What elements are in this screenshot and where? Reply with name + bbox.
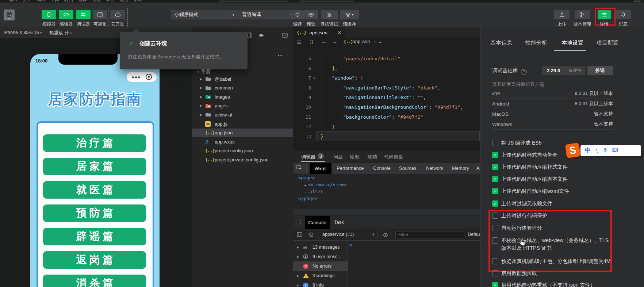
settings-option-7[interactable]: 自动运行体验评分	[492, 225, 614, 232]
whale-icon[interactable]	[258, 33, 265, 39]
sogou-logo[interactable]: S	[565, 143, 581, 158]
settings-option-10[interactable]: 启用数据预拉取	[492, 270, 614, 277]
watch-eye-icon[interactable]	[383, 233, 388, 238]
clear-console-icon[interactable]	[308, 232, 314, 238]
checkbox-unchecked[interactable]	[492, 225, 498, 231]
checkbox-unchecked[interactable]	[492, 213, 498, 219]
checkbox-checked[interactable]: ✓	[492, 152, 498, 158]
console-filter-8-info[interactable]: ▶i8 info	[293, 280, 348, 287]
tab-app-json[interactable]: {..} app.json ✕	[293, 27, 345, 38]
toolbar-preview-button[interactable]: 预览	[304, 10, 318, 27]
devtool-tab-performance[interactable]: Performance	[337, 165, 364, 171]
tree-item-pages[interactable]: ▶pages	[192, 102, 293, 110]
bookmark-icon[interactable]	[310, 40, 313, 45]
help-icon[interactable]: ?	[521, 69, 527, 75]
toolbar-compile-button[interactable]: 编译	[291, 10, 304, 27]
window-controls[interactable]	[633, 1, 641, 2]
compile-select[interactable]: 普通编译 ▾	[238, 10, 296, 19]
fold-icon[interactable]: ∨	[313, 76, 315, 80]
devtool-tab-appdata[interactable]: AppData	[476, 165, 480, 171]
settings-tab-3[interactable]: 项目配置	[597, 39, 618, 46]
console-prompt[interactable]: >	[349, 242, 352, 248]
code-line[interactable]: 13}	[293, 131, 480, 141]
debug-tab-0[interactable]: 调试器	[301, 154, 315, 160]
app-menu-button[interactable]: 就医篇	[43, 181, 146, 199]
devtool-tab-network[interactable]: Network	[426, 165, 444, 171]
checkbox-checked[interactable]: ✓	[492, 188, 498, 194]
console-filter-9-user-mess-[interactable]: ▶9 user mess...	[293, 252, 348, 261]
tree-item-@babel[interactable]: ▶@babel	[192, 74, 293, 83]
devtool-tab-console[interactable]: Console	[373, 165, 391, 171]
code-line[interactable]: 10"navigationBarBackgroundColor": "#94d7…	[293, 102, 480, 112]
levels-select[interactable]: Default levels	[468, 232, 480, 237]
mode-select[interactable]: 小程序模式 ▾	[171, 10, 238, 19]
filter-input[interactable]	[395, 231, 464, 238]
console-filter-3-warnings[interactable]: ▶!3 warnings	[293, 271, 348, 280]
capsule-button[interactable]: ●●●	[127, 72, 157, 82]
collapse-sidebar-icon[interactable]	[282, 33, 288, 39]
toolbar-code-button[interactable]: 编辑器	[59, 10, 73, 27]
base-lib-version-select[interactable]: 2.29.0 灰度中	[542, 66, 585, 75]
menu-item[interactable]: 视图	[92, 0, 101, 2]
settings-option-9[interactable]: 预览及真机调试时主包、分包体积上限调整为4M	[492, 258, 614, 265]
checkbox-unchecked[interactable]	[492, 258, 498, 264]
settings-option-11[interactable]: ✓启用代码自动热重载（不支持 json 文件）	[492, 282, 614, 287]
console-filter-no-errors[interactable]: ✕No errors	[293, 261, 348, 271]
settings-option-4[interactable]: ✓上传代码时自动压缩wxml文件	[492, 188, 614, 195]
checkbox-checked[interactable]: ✓	[492, 200, 498, 207]
checkbox-checked[interactable]: ✓	[492, 282, 498, 287]
code-line[interactable]: 6],	[293, 64, 480, 73]
checkbox-checked[interactable]: ✓	[492, 164, 498, 170]
back-icon[interactable]: ←	[321, 39, 326, 45]
debug-tab-1[interactable]: 问题	[333, 154, 343, 160]
panel-resize-handle[interactable]	[293, 209, 480, 215]
debug-tab-4[interactable]: 代码质量	[384, 154, 403, 160]
tab-task[interactable]: Task	[334, 219, 344, 225]
menu-item[interactable]: 项目	[9, 0, 18, 2]
devtool-tab-memory[interactable]: Memory	[452, 165, 469, 171]
split-panel-icon[interactable]	[247, 32, 252, 39]
wxml-tree[interactable]: <page>▶ <view>…</view>::after</page>	[293, 174, 480, 209]
menu-item[interactable]: 文件	[23, 0, 31, 2]
menu-item[interactable]: 工具	[50, 0, 59, 2]
toolbar-device-debug-button[interactable]: 真机调试	[321, 10, 338, 27]
details-button[interactable]: 详情	[598, 10, 611, 27]
tree-item-project.config.json[interactable]: {..}project.config.json	[192, 146, 293, 155]
chevron-down-icon[interactable]: ▼	[372, 233, 375, 236]
upload-button[interactable]: 上传	[554, 10, 570, 27]
avatar[interactable]	[4, 9, 15, 22]
explorer-more-button[interactable]: ...	[278, 51, 283, 57]
tab-console[interactable]: Console	[305, 216, 330, 229]
console-filter-13-messages[interactable]: ▶13 messages	[293, 242, 348, 252]
context-select[interactable]: appservice (#1)	[322, 232, 354, 237]
code-line[interactable]: 12}	[293, 122, 480, 131]
checkbox-unchecked[interactable]	[492, 140, 498, 146]
menu-item[interactable]: 帮助	[134, 0, 142, 2]
menu-item[interactable]: 界面	[106, 0, 115, 2]
settings-tab-2[interactable]: 本地设置	[561, 39, 583, 46]
menu-item[interactable]: 编辑	[37, 0, 45, 2]
app-menu-button[interactable]: 治疗篇	[43, 134, 146, 152]
checkbox-checked[interactable]: ✓	[492, 176, 498, 182]
wxml-node[interactable]: </page>	[298, 196, 318, 201]
mic-icon[interactable]	[603, 148, 607, 154]
app-menu-button[interactable]: 预防篇	[43, 204, 146, 222]
push-button[interactable]: 推送	[587, 66, 613, 75]
settings-option-5[interactable]: ✓上传时过滤无依赖文件	[492, 200, 614, 207]
devtool-tab-wxml[interactable]: Wxml	[310, 163, 331, 174]
code-line[interactable]: 8"navigationBarTextStyle": "black",	[293, 83, 480, 93]
checkbox-unchecked[interactable]	[492, 237, 498, 244]
checkbox-unchecked[interactable]	[492, 270, 498, 276]
toolbar-tune-button[interactable]: 调试器	[76, 10, 91, 27]
version-manage-button[interactable]: 版本管理	[575, 10, 590, 27]
app-menu-button[interactable]: 返岗篇	[43, 251, 146, 269]
ime-punct-toggle[interactable]: ’,	[595, 148, 598, 154]
tree-item-images[interactable]: ▶images	[192, 92, 293, 101]
code-line[interactable]: 11"backgroundColor": "#94d7f1"	[293, 112, 480, 122]
wxml-node[interactable]: ▶ <view>…</view>	[304, 182, 346, 187]
code-line[interactable]: 5"pages/index/detail"	[293, 54, 480, 64]
ime-lang-toggle[interactable]: 中	[585, 147, 591, 154]
hot-reload-select[interactable]: 热重载 开 ▾	[49, 30, 72, 36]
devtool-tab-sources[interactable]: Sources	[399, 165, 417, 171]
keyboard-icon[interactable]	[612, 148, 618, 153]
